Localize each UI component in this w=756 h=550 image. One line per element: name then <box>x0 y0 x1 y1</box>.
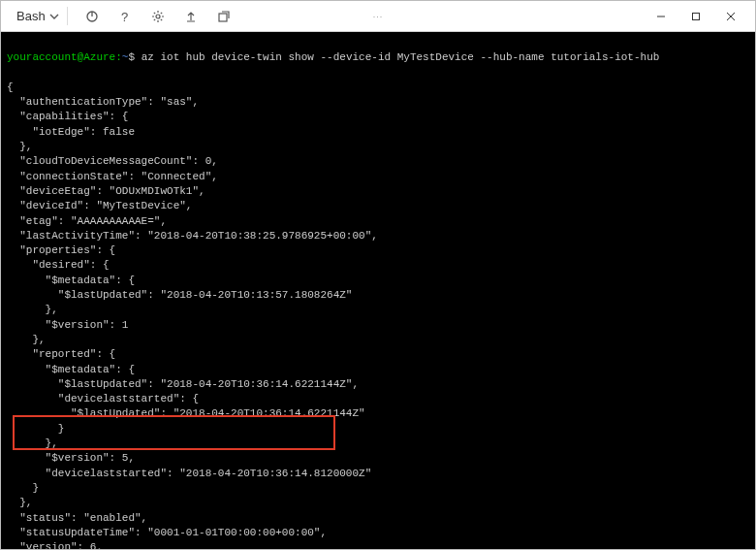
minimize-button[interactable] <box>645 5 677 28</box>
output-line: "connectionState": "Connected", <box>7 170 749 184</box>
command-text: az iot hub device-twin show --device-id … <box>142 51 660 63</box>
output-line: "iotEdge": false <box>7 125 749 140</box>
svg-rect-14 <box>693 13 700 19</box>
window-controls <box>645 5 747 28</box>
output-line: }, <box>7 303 749 317</box>
output-line: "$version": 5, <box>7 451 749 466</box>
output-line: }, <box>7 333 749 347</box>
drag-handle-icon[interactable]: ··· <box>373 12 384 21</box>
output-line: "capabilities": { <box>7 110 749 124</box>
shell-selector[interactable]: Bash <box>9 7 68 25</box>
svg-rect-12 <box>219 14 227 21</box>
chevron-down-icon <box>49 12 59 21</box>
svg-text:?: ? <box>121 10 128 23</box>
shell-name: Bash <box>16 9 46 23</box>
new-window-icon[interactable] <box>211 4 236 29</box>
upload-icon[interactable] <box>178 4 204 29</box>
restart-icon[interactable] <box>79 4 105 29</box>
prompt-separator: : <box>115 51 122 63</box>
output-line: { <box>7 81 749 95</box>
output-line: "$lastUpdated": "2018-04-20T10:13:57.180… <box>7 288 749 303</box>
output-line: "etag": "AAAAAAAAAAE=", <box>7 214 749 229</box>
svg-point-3 <box>156 15 160 18</box>
output-line: "properties": { <box>7 243 749 258</box>
output-line: "statusUpdateTime": "0001-01-01T00:00:00… <box>7 526 749 540</box>
output-line: }, <box>7 496 749 510</box>
output-line: "reported": { <box>7 347 749 362</box>
output-line: "devicelaststarted": "2018-04-20T10:36:1… <box>7 467 749 481</box>
title-bar: Bash ? ··· <box>1 1 755 32</box>
output-line: "version": 6, <box>7 540 749 550</box>
maximize-button[interactable] <box>679 5 712 28</box>
terminal[interactable]: youraccount@Azure:~$ az iot hub device-t… <box>1 32 755 550</box>
output-line: "status": "enabled", <box>7 511 749 526</box>
terminal-line: youraccount@Azure:~$ az iot hub device-t… <box>7 50 749 65</box>
output-line: "lastActivityTime": "2018-04-20T10:38:25… <box>7 229 749 243</box>
output-line: } <box>7 422 749 437</box>
output-line: }, <box>7 140 749 154</box>
output-line: "$lastUpdated": "2018-04-20T10:36:14.622… <box>7 406 749 421</box>
settings-icon[interactable] <box>145 4 171 29</box>
output-line: "deviceEtag": "ODUxMDIwOTk1", <box>7 184 749 199</box>
output-line: }, <box>7 437 749 451</box>
svg-line-8 <box>153 12 154 13</box>
close-button[interactable] <box>714 5 747 28</box>
output-line: "devicelaststarted": { <box>7 392 749 406</box>
svg-line-9 <box>160 18 161 19</box>
output-line: "$version": 1 <box>7 318 749 333</box>
prompt-symbol: $ <box>128 51 135 63</box>
output-line: "desired": { <box>7 258 749 273</box>
svg-line-10 <box>153 18 154 19</box>
output-line: "deviceId": "MyTestDevice", <box>7 199 749 213</box>
help-icon[interactable]: ? <box>112 4 138 29</box>
output-line: "$metadata": { <box>7 274 749 288</box>
prompt-user-host: youraccount@Azure <box>7 51 115 63</box>
output-line: "cloudToDeviceMessageCount": 0, <box>7 154 749 169</box>
output-line: "$metadata": { <box>7 363 749 377</box>
output-line: } <box>7 481 749 496</box>
svg-line-11 <box>160 12 161 13</box>
output-line: "$lastUpdated": "2018-04-20T10:36:14.622… <box>7 377 749 392</box>
title-bar-left: Bash ? <box>9 4 236 29</box>
command-output: { "authenticationType": "sas", "capabili… <box>7 81 749 550</box>
output-line: "authenticationType": "sas", <box>7 95 749 110</box>
